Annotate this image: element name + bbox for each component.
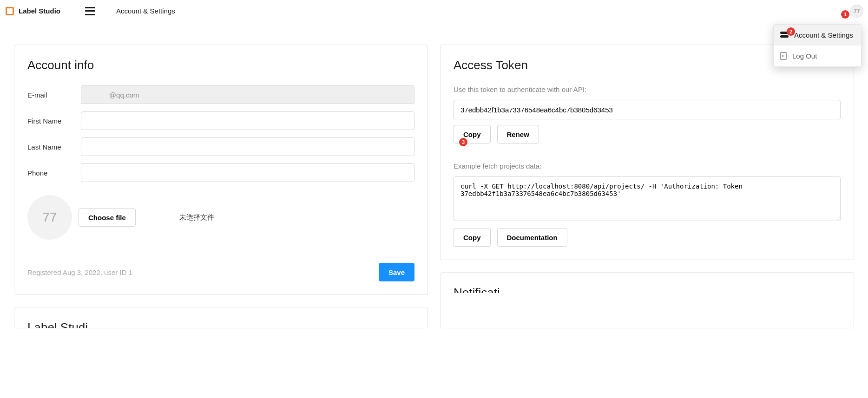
last-name-field[interactable] bbox=[81, 137, 414, 156]
avatar-row: 77 Choose file 未选择文件 bbox=[27, 195, 414, 240]
token-buttons: 3 Copy Renew bbox=[454, 125, 841, 144]
label-studio-card: Label Studi bbox=[14, 307, 428, 328]
field-label: First Name bbox=[27, 117, 81, 125]
first-name-field[interactable] bbox=[81, 111, 414, 130]
account-info-card: Account info E-mail First Name Last Name… bbox=[14, 45, 428, 295]
curl-example-field[interactable] bbox=[454, 176, 841, 221]
dropdown-item-label: Log Out bbox=[792, 52, 817, 60]
left-column: Account info E-mail First Name Last Name… bbox=[14, 45, 428, 340]
helper-text: Use this token to authenticate with our … bbox=[454, 85, 841, 93]
email-field bbox=[81, 85, 414, 104]
form-row-first-name: First Name bbox=[27, 111, 414, 130]
dropdown-item-label: Account & Settings bbox=[794, 31, 853, 39]
phone-field[interactable] bbox=[81, 163, 414, 182]
copy-curl-button[interactable]: Copy bbox=[454, 228, 491, 247]
field-label: Last Name bbox=[27, 143, 81, 151]
annotation-2: 2 bbox=[787, 27, 795, 36]
token-field[interactable] bbox=[454, 100, 841, 119]
avatar-large: 77 bbox=[27, 195, 72, 240]
field-label: Phone bbox=[27, 169, 81, 177]
documentation-button[interactable]: Documentation bbox=[497, 228, 567, 247]
app-header: Label Studio Account & Settings 1 77 2 A… bbox=[0, 0, 868, 22]
page-title: Account & Settings bbox=[116, 7, 175, 15]
avatar-initials: 77 bbox=[854, 8, 860, 14]
card-title: Account info bbox=[27, 58, 414, 72]
card-title: Notificati bbox=[454, 286, 841, 293]
field-label: E-mail bbox=[27, 91, 81, 99]
avatar-large-initials: 77 bbox=[42, 210, 57, 225]
logo-icon bbox=[6, 7, 14, 15]
renew-token-button[interactable]: Renew bbox=[497, 125, 539, 144]
card-footer: Registered Aug 3, 2022, user ID 1 Save bbox=[27, 263, 414, 281]
hamburger-icon[interactable] bbox=[85, 7, 95, 15]
form-row-last-name: Last Name bbox=[27, 137, 414, 156]
annotation-3: 3 bbox=[459, 138, 467, 146]
form-row-phone: Phone bbox=[27, 163, 414, 182]
header-left: Label Studio bbox=[5, 0, 102, 22]
annotation-1: 1 bbox=[841, 10, 849, 19]
dropdown-item-account-settings[interactable]: 2 Account & Settings bbox=[774, 25, 861, 46]
user-dropdown: 2 Account & Settings Log Out bbox=[773, 24, 861, 67]
logout-icon bbox=[780, 52, 787, 60]
card-title: Label Studi bbox=[27, 320, 414, 328]
notifications-card: Notificati bbox=[440, 272, 854, 328]
example-label: Example fetch projects data: bbox=[454, 162, 841, 170]
form-row-email: E-mail bbox=[27, 85, 414, 104]
save-button[interactable]: Save bbox=[379, 263, 414, 281]
no-file-selected-label: 未选择文件 bbox=[179, 213, 214, 222]
header-right: 1 77 2 Account & Settings Log Out bbox=[850, 5, 863, 18]
dropdown-item-logout[interactable]: Log Out bbox=[774, 46, 861, 66]
registered-text: Registered Aug 3, 2022, user ID 1 bbox=[27, 268, 132, 276]
avatar[interactable]: 77 bbox=[850, 5, 863, 18]
choose-file-button[interactable]: Choose file bbox=[79, 208, 136, 227]
access-token-card: Access Token Use this token to authentic… bbox=[440, 45, 854, 260]
right-column: Access Token Use this token to authentic… bbox=[440, 45, 854, 340]
main-content: Account info E-mail First Name Last Name… bbox=[0, 22, 868, 350]
example-buttons: Copy Documentation bbox=[454, 228, 841, 247]
app-name: Label Studio bbox=[19, 7, 60, 15]
